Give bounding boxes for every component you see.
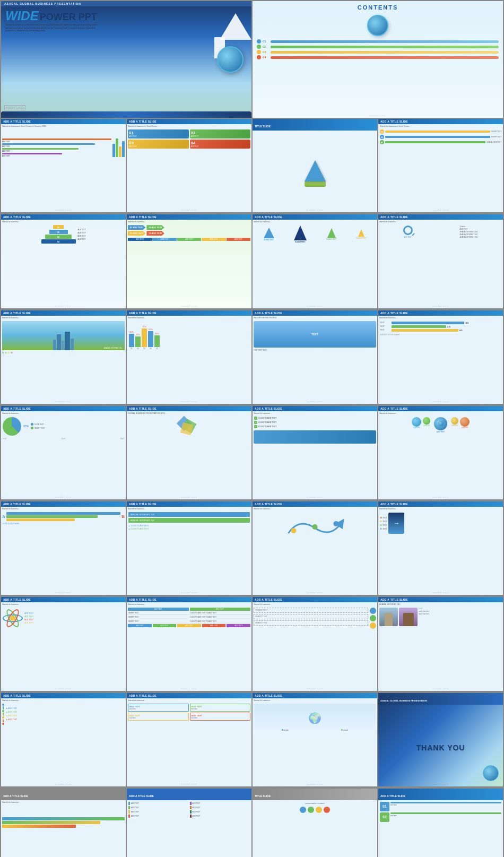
thankyou-brand: ASADAL GLOBAL BUSINESS PRESENTATION [380, 699, 427, 702]
slide-thankyou[interactable]: ASADAL GLOBAL BUSINESS PRESENTATION THAN… [378, 693, 503, 786]
watermark-atom: asadal.com [55, 687, 71, 690]
slide-header-atom: ADD A TITLE SLIDE [1, 597, 126, 602]
watermark-water: asadal.com [307, 400, 323, 403]
contents-title: CONTENTS [253, 1, 503, 13]
row7-grid: ADD A TITLE SLIDE Started its business..… [0, 596, 504, 691]
hero-row: ASADAL GLOBAL BUSINESS PRESENTATION WIDE… [0, 0, 504, 118]
slide-inserttext[interactable]: ADD A TITLE SLIDE Started its business..… [253, 597, 377, 690]
hero-powerppt-text: POWER PPT [40, 12, 97, 23]
slide-header-circle: ADD A TITLE SLIDE [1, 406, 126, 411]
watermark-pyramid: asadal.com [55, 305, 71, 307]
watermark-process: asadal.com [181, 591, 197, 594]
slide-header-2: ADD A TITLE SLIDE [127, 119, 251, 124]
slide-hbars[interactable]: ADD A TITLE SLIDE Started its business..… [378, 310, 503, 404]
slide-businessphoto[interactable]: ADD A TITLE SLIDE ASADAL INTERNET, INC. … [378, 597, 503, 690]
watermark-arrows: asadal.com [181, 305, 197, 307]
slide-bubble[interactable]: ADD A TITLE SLIDE Started its business..… [378, 406, 503, 499]
slide-titleslide-bottom[interactable]: TITLE SLIDE presentation content asadal.… [253, 789, 377, 857]
slide-add-title-3[interactable]: ADD A TITLE SLIDE Started its business i… [378, 119, 503, 212]
watermark-contents: asadal.com [370, 114, 386, 117]
svg-point-3 [334, 521, 339, 526]
slide-check[interactable]: ADD A TITLE SLIDE Started its business..… [253, 406, 377, 499]
slide-header-1: ADD A TITLE SLIDE [1, 119, 126, 124]
slide-3d-items[interactable]: ADD A TITLE SLIDE Started its business..… [253, 214, 377, 308]
contents-item-1: 01 [257, 39, 499, 44]
slide-arrows[interactable]: ADD A TITLE SLIDE Started its business..… [127, 214, 251, 308]
watermark-1: asadal.com [55, 209, 71, 211]
watermark-inserttext: asadal.com [307, 687, 323, 690]
svg-point-1 [291, 528, 297, 533]
watermark-circle: asadal.com [55, 496, 71, 498]
watermark-barchart: asadal.com [181, 400, 197, 403]
slide-atom[interactable]: ADD A TITLE SLIDE Started its business..… [1, 597, 126, 690]
contents-item-2: 02 [257, 45, 499, 49]
watermark-dna: asadal.com [55, 783, 71, 785]
slide-header-pyramid: ADD A TITLE SLIDE [1, 214, 126, 220]
slide-add-title-2[interactable]: ADD A TITLE SLIDE Started its business i… [127, 119, 251, 212]
contents-items: 01 02 03 04 [253, 38, 503, 60]
hero-slide-main[interactable]: ASADAL GLOBAL BUSINESS PRESENTATION WIDE… [1, 1, 251, 118]
slide-pyramid[interactable]: ADD A TITLE SLIDE Started its business..… [1, 214, 126, 308]
slide-search[interactable]: ADD A TITLE SLIDE Started its business..… [378, 214, 503, 308]
watermark-hbars: asadal.com [432, 400, 448, 403]
slide-header-search: ADD A TITLE SLIDE [378, 214, 503, 220]
watermark-arrowpath: asadal.com [307, 591, 323, 594]
hero-wide-text: WIDE [5, 8, 39, 23]
slide-header-ab: ADD A TITLE SLIDE [1, 501, 126, 507]
slide-header-worldmap: ADD A TITLE SLIDE [253, 693, 377, 698]
slide-dna[interactable]: ADD A TITLE SLIDE Started its business..… [1, 693, 126, 786]
slide-header-arrowpath: ADD A TITLE SLIDE [253, 501, 377, 507]
slide-header-barchart: ADD A TITLE SLIDE [127, 310, 251, 316]
slide-header-process: ADD A TITLE SLIDE [127, 501, 251, 507]
row5-grid: ADD A TITLE SLIDE Started its business..… [0, 405, 504, 500]
svg-point-2 [312, 524, 318, 530]
row4-grid: ADD A TITLE SLIDE Started its business..… [0, 309, 504, 405]
watermark-3dgeo: asadal.com [181, 496, 197, 498]
slide-header-water: ADD A TITLE SLIDE [253, 310, 377, 316]
row8-grid: ADD A TITLE SLIDE Started its business..… [0, 692, 504, 787]
slide-col9-1[interactable]: ADD A TITLE SLIDE Started its business..… [1, 789, 126, 857]
slide-addtitle-last[interactable]: ADD A TITLE SLIDE 01 text here 02 text h… [378, 789, 503, 857]
watermark-title1: asadal.com [307, 209, 323, 211]
slide-header-inserttext: ADD A TITLE SLIDE [253, 597, 377, 602]
slide-header-table: ADD A TITLE SLIDE [127, 597, 251, 602]
slide-header-arrows: ADD A TITLE SLIDE [127, 214, 251, 220]
slide-header-city: ADD A TITLE SLIDE [1, 310, 126, 316]
slide-title-1[interactable]: TITLE SLIDE asadal.com [253, 119, 377, 212]
insert-logo: INSERT LOGO [4, 105, 25, 110]
slide-arrowpath[interactable]: ADD A TITLE SLIDE Started its business..… [253, 501, 377, 595]
slide-water[interactable]: ADD A TITLE SLIDE WATER FOR THE PEOPLE T… [253, 310, 377, 404]
slide-circle[interactable]: ADD A TITLE SLIDE Started its business..… [1, 406, 126, 499]
thank-you-text: THANK YOU [416, 743, 465, 752]
slide-city[interactable]: ADD A TITLE SLIDE Started its business..… [1, 310, 126, 404]
title-slide-label: TITLE SLIDE [255, 125, 271, 128]
slide-barchart[interactable]: ADD A TITLE SLIDE Started its business..… [127, 310, 251, 404]
slide-process[interactable]: ADD A TITLE SLIDE Started its business..… [127, 501, 251, 595]
watermark-city: asadal.com [55, 400, 71, 403]
slide-table[interactable]: ADD A TITLE SLIDE Started its business..… [127, 597, 251, 690]
slide-worldmap[interactable]: ADD A TITLE SLIDE Started its business..… [253, 693, 377, 786]
watermark-table: asadal.com [181, 687, 197, 690]
title-slide-bottom-label: TITLE SLIDE [255, 794, 271, 798]
slide-col9-2[interactable]: ADD A TITLE SLIDE ADD TEXT ADD TEXT ADD … [127, 789, 251, 857]
slide-header-textboxgrid: ADD A TITLE SLIDE [127, 693, 251, 698]
watermark-thankyou: asadal.com [432, 783, 448, 785]
add-title-last-label: ADD A TITLE SLIDE [380, 794, 405, 798]
slide-add-title-1[interactable]: ADD A TITLE SLIDE Started its business i… [1, 119, 126, 212]
slide-header-3: ADD A TITLE SLIDE [378, 119, 503, 124]
slide-3dgeo[interactable]: ADD A TITLE SLIDE GLOBAL BUSINESS PRESEN… [127, 406, 251, 499]
slide-header-dna: ADD A TITLE SLIDE [1, 693, 126, 698]
slide-header-hbars: ADD A TITLE SLIDE [378, 310, 503, 316]
slide-rocket[interactable]: ADD A TITLE SLIDE Started its business..… [378, 501, 503, 595]
slide-header-rocket: ADD A TITLE SLIDE [378, 501, 503, 507]
contents-slide[interactable]: CONTENTS 01 02 03 04 [253, 1, 503, 118]
watermark-3: asadal.com [432, 209, 448, 211]
slide-textboxgrid[interactable]: ADD A TITLE SLIDE Started its business..… [127, 693, 251, 786]
hero-description: Started its business in Seoul Korea in F… [5, 23, 101, 32]
contents-item-3: 03 [257, 50, 499, 54]
watermark-3d: asadal.com [307, 305, 323, 307]
watermark-check: asadal.com [307, 496, 323, 498]
slide-ab[interactable]: ADD A TITLE SLIDE Started its business..… [1, 501, 126, 595]
watermark-worldmap: asadal.com [307, 783, 323, 785]
watermark-2: asadal.com [181, 209, 197, 211]
